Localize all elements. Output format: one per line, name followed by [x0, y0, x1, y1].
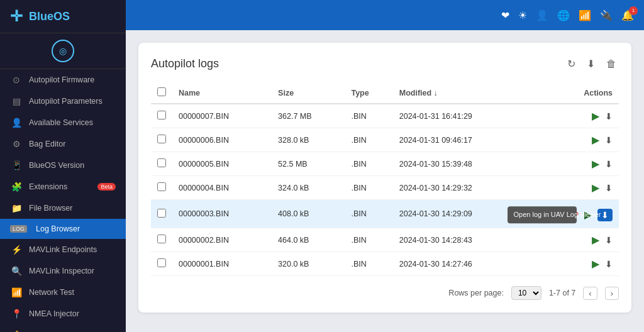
- row-name: 00000002.BIN: [172, 228, 272, 252]
- notification-icon[interactable]: 🔔 1: [621, 9, 634, 21]
- download-button-row3[interactable]: ⬇: [605, 159, 613, 169]
- connection-icon[interactable]: ◎: [52, 40, 74, 62]
- row-checkbox-row3[interactable]: [157, 158, 166, 167]
- notification-badge: 1: [629, 6, 638, 15]
- row-modified: 2024-01-30 15:39:48: [393, 152, 528, 176]
- row-type: .BIN: [345, 128, 392, 152]
- row-checkbox-row7[interactable]: [157, 258, 166, 267]
- download-button-row4[interactable]: ⬇: [605, 183, 613, 193]
- row-actions: ▶ ⬇: [528, 228, 619, 252]
- label-file-browser: File Browser: [29, 204, 116, 213]
- table-row: 00000004.BIN 324.0 kB .BIN 2024-01-30 14…: [151, 176, 619, 200]
- icon-available-services: 👤: [10, 118, 23, 128]
- heart-icon[interactable]: ❤: [501, 9, 509, 21]
- user-icon[interactable]: 👤: [536, 9, 548, 21]
- icon-autopilot-firmware: ⊙: [10, 75, 23, 85]
- label-nmea-injector: NMEA Injector: [29, 309, 116, 318]
- sidebar-item-available-services[interactable]: 👤Available Services: [0, 112, 126, 133]
- sidebar-item-nmea-injector[interactable]: 📍NMEA Injector: [0, 303, 126, 324]
- page-info: 1-7 of 7: [549, 289, 575, 297]
- row-actions: ▶ ⬇: [528, 176, 619, 200]
- icon-nmea-injector: 📍: [10, 309, 23, 319]
- header-actions: Actions: [528, 82, 619, 104]
- icon-blueos-version: 📱: [10, 160, 23, 170]
- label-mavlink-inspector: MAVLink Inspector: [29, 267, 116, 275]
- main-area: ❤ ☀ 👤 🌐 📶 🔌 🔔 1 Autopilot logs ↻ ⬇ 🗑: [126, 0, 644, 332]
- play-button-row3[interactable]: ▶: [592, 158, 599, 170]
- play-button-row7[interactable]: ▶: [592, 258, 599, 270]
- rows-per-page-select[interactable]: 10 25 50: [511, 286, 541, 300]
- row-name: 00000006.BIN: [172, 128, 272, 152]
- download-button-row6[interactable]: ⬇: [605, 235, 613, 245]
- sidebar-item-autopilot-firmware[interactable]: ⊙Autopilot Firmware: [0, 69, 126, 91]
- table-row: 00000003.BIN 408.0 kB .BIN 2024-01-30 14…: [151, 200, 619, 228]
- sidebar-logo: ✛ BlueOS: [0, 0, 126, 33]
- download-all-button[interactable]: ⬇: [584, 55, 597, 72]
- download-button-row7[interactable]: ⬇: [605, 259, 613, 269]
- label-autopilot-parameters: Autopilot Parameters: [29, 97, 116, 106]
- table-row: 00000007.BIN 362.7 MB .BIN 2024-01-31 16…: [151, 104, 619, 128]
- connection-status-icon[interactable]: 🔌: [600, 9, 613, 21]
- sun-icon[interactable]: ☀: [518, 9, 527, 21]
- row-size: 324.0 kB: [272, 176, 345, 200]
- sidebar-item-network-test[interactable]: 📶Network Test: [0, 282, 126, 303]
- icon-network-test: 📶: [10, 287, 23, 297]
- row-modified: 2024-01-31 09:46:17: [393, 128, 528, 152]
- icon-autopilot-parameters: ▤: [10, 96, 23, 106]
- select-all-checkbox[interactable]: [157, 87, 166, 96]
- row-actions: ▶ ⬇: [528, 104, 619, 128]
- sidebar-item-blueos-version[interactable]: 📱BlueOS Version: [0, 155, 126, 176]
- sidebar-item-file-browser[interactable]: 📁File Browser: [0, 197, 126, 219]
- next-page-button[interactable]: ›: [605, 287, 619, 300]
- label-mavlink-endpoints: MAVLink Endpoints: [29, 245, 116, 254]
- content-card: Autopilot logs ↻ ⬇ 🗑 Name Size Type: [138, 43, 631, 313]
- row-checkbox-row5[interactable]: [157, 209, 166, 218]
- header-type: Type: [345, 82, 392, 104]
- play-button-row2[interactable]: ▶: [592, 134, 599, 146]
- refresh-button[interactable]: ↻: [565, 55, 578, 72]
- row-size: 328.0 kB: [272, 128, 345, 152]
- label-bag-editor: Bag Editor: [29, 140, 116, 148]
- badge-extensions: Beta: [97, 183, 116, 191]
- topbar: ❤ ☀ 👤 🌐 📶 🔌 🔔 1: [126, 0, 644, 30]
- play-button-row1[interactable]: ▶: [592, 110, 599, 122]
- logo-text: BlueOS: [29, 10, 70, 23]
- log-tag: LOG: [10, 225, 27, 233]
- logo-icon: ✛: [10, 8, 23, 25]
- sidebar-circle-bar: ◎: [0, 33, 126, 69]
- row-checkbox-row6[interactable]: [157, 235, 166, 243]
- download-button-row1[interactable]: ⬇: [605, 111, 613, 121]
- row-checkbox-row2[interactable]: [157, 135, 166, 143]
- play-button-row5[interactable]: ▶: [584, 209, 592, 221]
- play-button-row4[interactable]: ▶: [592, 182, 599, 194]
- icon-bag-editor: ⚙: [10, 139, 23, 149]
- sidebar-item-ping-sonar[interactable]: 🔔Ping Sonar Devices: [0, 324, 126, 332]
- row-modified: 2024-01-31 16:41:29: [393, 104, 528, 128]
- row-checkbox-row1[interactable]: [157, 111, 166, 119]
- prev-page-button[interactable]: ‹: [583, 287, 597, 300]
- sidebar-item-mavlink-endpoints[interactable]: ⚡MAVLink Endpoints: [0, 239, 126, 260]
- arrow-indicator: ➜: [568, 206, 579, 222]
- download-button-row2[interactable]: ⬇: [605, 135, 613, 145]
- row-size: 52.5 MB: [272, 152, 345, 176]
- sidebar-item-log-browser[interactable]: LOGLog Browser: [0, 219, 126, 239]
- play-button-row6[interactable]: ▶: [592, 234, 599, 246]
- row-checkbox-cell: [151, 152, 172, 176]
- row-size: 408.0 kB: [272, 200, 345, 228]
- wifi-icon[interactable]: 📶: [579, 9, 591, 21]
- row-checkbox-cell: [151, 104, 172, 128]
- sidebar-item-extensions[interactable]: 🧩ExtensionsBeta: [0, 176, 126, 197]
- sidebar-item-mavlink-inspector[interactable]: 🔍MAVLink Inspector: [0, 260, 126, 282]
- download-button-row5[interactable]: ⬇: [597, 209, 613, 221]
- row-type: .BIN: [345, 176, 392, 200]
- row-type: .BIN: [345, 152, 392, 176]
- table-row: 00000002.BIN 464.0 kB .BIN 2024-01-30 14…: [151, 228, 619, 252]
- label-autopilot-firmware: Autopilot Firmware: [29, 75, 116, 84]
- row-checkbox-row4[interactable]: [157, 182, 166, 191]
- icon-mavlink-endpoints: ⚡: [10, 245, 23, 255]
- globe-icon[interactable]: 🌐: [557, 9, 570, 21]
- row-modified: 2024-01-30 14:27:46: [393, 252, 528, 276]
- sidebar-item-autopilot-parameters[interactable]: ▤Autopilot Parameters: [0, 91, 126, 112]
- sidebar-item-bag-editor[interactable]: ⚙Bag Editor: [0, 133, 126, 155]
- delete-button[interactable]: 🗑: [604, 55, 619, 72]
